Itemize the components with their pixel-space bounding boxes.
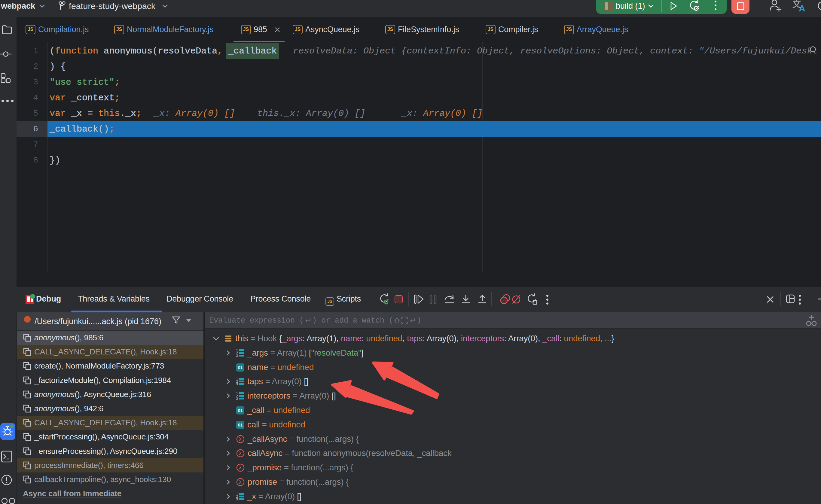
- svg-text:λ: λ: [239, 479, 242, 485]
- svg-text:A: A: [799, 3, 805, 13]
- svg-text:3: 3: [236, 383, 238, 386]
- svg-text:λ: λ: [239, 451, 242, 456]
- svg-text:3: 3: [236, 397, 238, 400]
- svg-text:λ: λ: [239, 465, 242, 471]
- svg-text:λ: λ: [239, 436, 242, 442]
- svg-text:3: 3: [236, 498, 238, 501]
- svg-text:3: 3: [236, 354, 238, 357]
